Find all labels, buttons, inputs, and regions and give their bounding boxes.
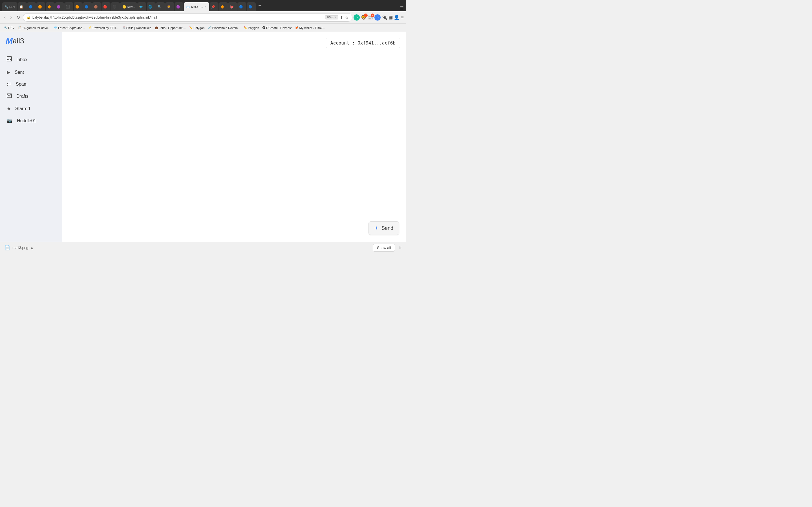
spam-label: Spam xyxy=(16,82,28,87)
reload-button[interactable]: ↻ xyxy=(15,13,22,21)
ipfs-badge[interactable]: IPFS ↗ xyxy=(325,15,338,19)
new-tab-button[interactable]: + xyxy=(256,3,264,8)
bookmark-wallet[interactable]: 🦊 My wallet - Filfox... xyxy=(293,25,326,31)
starred-icon: ★ xyxy=(7,106,11,111)
send-label: Send xyxy=(382,225,393,231)
download-bar: 📄 mail3.png ∧ Show all × xyxy=(0,242,406,253)
tab-6[interactable]: 🟣 xyxy=(55,2,64,11)
bookmark-icon: ☆ xyxy=(345,15,349,20)
tab-18[interactable]: 📌 xyxy=(209,2,218,11)
inbox-label: Inbox xyxy=(16,57,28,62)
nav-item-inbox[interactable]: Inbox xyxy=(0,53,57,66)
nav-item-starred[interactable]: ★ Starred xyxy=(0,103,57,115)
logo-wordmark: ail3 xyxy=(13,37,24,45)
tab-11[interactable]: 🔴 xyxy=(101,2,110,11)
tab-7[interactable]: ⬛ xyxy=(64,2,73,11)
huddle01-icon: 📷 xyxy=(7,118,12,123)
toolbar-right: G 🦁 1 📰 4 G 🔌 ▦ 👤 ≡ xyxy=(354,14,404,20)
nav-item-drafts[interactable]: Drafts xyxy=(0,90,57,103)
svg-rect-0 xyxy=(7,57,11,61)
file-icon: 📄 xyxy=(4,245,10,250)
bookmark-polygon2[interactable]: ✏️ Polygon xyxy=(242,25,261,31)
tab-22[interactable]: 🔵 xyxy=(247,2,256,11)
spam-icon: 🏷 xyxy=(7,82,11,87)
bookmark-crypto[interactable]: 💎 Latest Crypto Job... xyxy=(52,25,87,31)
tab-12[interactable]: ⚫ xyxy=(111,2,120,11)
browser-window: 🔧 DEV 📋 🔵 🟠 🔶 🟣 ⬛ 🟠 🔵 🟤 � xyxy=(0,0,406,253)
close-download-button[interactable]: × xyxy=(398,245,402,251)
tab-15[interactable]: 🔍 xyxy=(156,2,165,11)
sent-label: Sent xyxy=(15,70,24,75)
drafts-icon xyxy=(7,94,12,99)
bookmark-games[interactable]: 📋 16 games for deve... xyxy=(16,25,52,31)
huddle01-label: Huddle01 xyxy=(17,118,36,123)
extension-icon-2[interactable]: 🔌 xyxy=(382,15,388,20)
toolbar: ‹ › ↻ 🔒 bafybeialacjtf7xplkc2ccpbd6tasgt… xyxy=(0,11,406,24)
logo: M ail3 xyxy=(0,37,62,53)
starred-label: Starred xyxy=(15,106,30,111)
url-text: bafybeialacjtf7xplkc2ccpbd6tasgtnkdhw32u… xyxy=(33,15,323,19)
tab-20[interactable]: 🐙 xyxy=(228,2,237,11)
brave-shield-btn[interactable]: 🦁 1 xyxy=(361,15,366,20)
tab-14[interactable]: 🌐 xyxy=(147,2,156,11)
send-icon: ✈ xyxy=(374,225,378,231)
chevron-up-icon[interactable]: ∧ xyxy=(31,245,33,250)
bookmark-rabbithole[interactable]: 🐰 Skills | RabbitHole xyxy=(120,25,153,31)
bookmark-dev[interactable]: 🔧 DEV xyxy=(2,25,16,31)
brave-news-btn[interactable]: 📰 4 xyxy=(368,15,373,20)
download-filename: mail3.png xyxy=(12,245,28,250)
shield-badge: 1 xyxy=(364,13,368,17)
tab-9[interactable]: 🔵 xyxy=(83,2,92,11)
nav-item-spam[interactable]: 🏷 Spam xyxy=(0,78,57,90)
bookmark-eth[interactable]: ⚡ Powered by ETH... xyxy=(87,25,120,31)
inbox-icon xyxy=(7,56,12,63)
grammarly-icon[interactable]: G xyxy=(354,14,360,20)
bookmarks-bar: 🔧 DEV 📋 16 games for deve... 💎 Latest Cr… xyxy=(0,24,406,32)
account-label: Account : 0xf941...acf6b xyxy=(331,40,396,46)
tab-bar: 🔧 DEV 📋 🔵 🟠 🔶 🟣 ⬛ 🟠 🔵 🟤 � xyxy=(0,0,406,11)
tab-13[interactable]: 🐦 xyxy=(137,2,146,11)
menu-button[interactable]: ≡ xyxy=(401,14,404,20)
address-bar-actions: IPFS ↗ ⬆ ☆ xyxy=(325,15,349,20)
logo-m: M xyxy=(6,37,13,45)
tab-21[interactable]: 🔵 xyxy=(238,2,246,11)
tab-8[interactable]: 🟠 xyxy=(73,2,83,11)
bookmark-jobs[interactable]: 💼 Jobs | Opportuniti... xyxy=(153,25,188,31)
tab-10[interactable]: 🟤 xyxy=(92,2,101,11)
tab-dev[interactable]: 🔧 DEV xyxy=(2,2,17,11)
share-icon: ⬆ xyxy=(340,15,343,20)
tab-new[interactable]: 🟡 New... xyxy=(120,2,137,11)
bookmark-dcreate[interactable]: 🅓 DCreate | Devpost xyxy=(261,25,293,31)
tab-3[interactable]: 🔵 xyxy=(27,2,36,11)
tab-16[interactable]: 🦁 xyxy=(165,2,174,11)
account-badge: Account : 0xf941...acf6b xyxy=(326,38,400,48)
app-content: M ail3 Inbox ▶ Sent xyxy=(0,32,406,242)
back-button[interactable]: ‹ xyxy=(2,13,7,21)
nav-item-huddle01[interactable]: 📷 Huddle01 xyxy=(0,115,57,127)
sidebar: M ail3 Inbox ▶ Sent xyxy=(0,32,62,242)
drafts-label: Drafts xyxy=(16,94,29,99)
sent-icon: ▶ xyxy=(7,69,10,75)
tab-5[interactable]: 🔶 xyxy=(46,2,55,11)
address-bar[interactable]: 🔒 bafybeialacjtf7xplkc2ccpbd6tasgtnkdhw3… xyxy=(23,13,352,22)
tab-2[interactable]: 📋 xyxy=(18,2,27,11)
lock-icon: 🔒 xyxy=(27,15,31,19)
main-content: Account : 0xf941...acf6b ✈ Send xyxy=(62,32,406,242)
show-all-button[interactable]: Show all xyxy=(373,244,395,251)
sidebar-toggle[interactable]: ▦ xyxy=(389,15,393,20)
tab-19[interactable]: 🔶 xyxy=(219,2,228,11)
forward-button[interactable]: › xyxy=(8,13,13,21)
bookmark-blockchain[interactable]: 🔗 Blockchain Develo... xyxy=(206,25,242,31)
bookmark-polygon1[interactable]: ✏️ Polygon xyxy=(188,25,206,31)
window-controls: ☰ xyxy=(400,6,404,11)
download-item: 📄 mail3.png ∧ xyxy=(4,245,33,250)
download-actions: Show all × xyxy=(373,244,402,251)
profile-icon[interactable]: 👤 xyxy=(394,15,400,20)
tab-4[interactable]: 🟠 xyxy=(36,2,45,11)
tab-17[interactable]: 🟣 xyxy=(174,2,184,11)
news-badge: 4 xyxy=(371,13,374,17)
tab-mail3-active[interactable]: ✉️ Mail3 - ... × xyxy=(184,2,209,11)
nav-item-sent[interactable]: ▶ Sent xyxy=(0,66,57,78)
send-button[interactable]: ✈ Send xyxy=(368,221,399,235)
extension-icon-1[interactable]: G xyxy=(374,14,380,20)
